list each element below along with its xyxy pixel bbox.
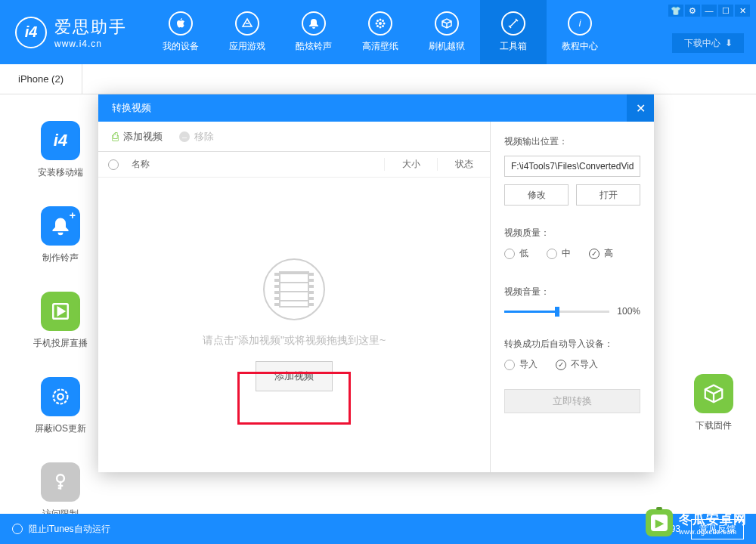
logo-text: 爱思助手 www.i4.cn	[54, 16, 127, 49]
apple-icon	[169, 11, 193, 36]
svg-point-13	[57, 474, 64, 482]
tool-label: 制作铃声	[42, 252, 79, 264]
import-yes[interactable]: 导入	[504, 358, 538, 371]
nav-label: 酷炫铃声	[296, 40, 332, 53]
close-button[interactable]: ✕	[735, 5, 750, 17]
cube-icon	[694, 374, 733, 413]
film-icon	[263, 258, 325, 320]
import-no[interactable]: 不导入	[556, 358, 598, 371]
svg-point-1	[380, 19, 382, 21]
output-label: 视频输出位置：	[504, 135, 640, 148]
modal-toolbar: ⎙ 添加视频 – 移除	[98, 122, 490, 152]
statusbar: 阻止iTunes自动运行 V7.93 意见反馈	[0, 514, 756, 544]
tool-ringtone[interactable]: + 制作铃声	[15, 206, 106, 264]
volume-slider[interactable]: 100%	[504, 306, 640, 317]
add-video-center-button[interactable]: 添加视频	[256, 361, 333, 391]
col-name: 名称	[129, 158, 384, 171]
nav-my-device[interactable]: 我的设备	[147, 0, 214, 64]
select-all-checkbox[interactable]	[98, 159, 129, 170]
svg-text:i: i	[579, 18, 581, 29]
open-button[interactable]: 打开	[576, 184, 640, 206]
gear-icon	[41, 377, 80, 416]
tool-download-firmware[interactable]: 下载固件	[694, 374, 733, 432]
app-url: www.i4.cn	[54, 39, 127, 49]
tool-label: 手机投屏直播	[33, 337, 88, 350]
nav-label: 工具箱	[500, 40, 527, 53]
tool-restrictions[interactable]: 访问限制	[15, 462, 106, 521]
add-label: 添加视频	[123, 130, 163, 144]
tool-screencast[interactable]: 手机投屏直播	[15, 292, 106, 350]
table-header: 名称 大小 状态	[98, 152, 490, 178]
svg-point-8	[376, 25, 379, 27]
tool-block-update[interactable]: 屏蔽iOS更新	[15, 377, 106, 435]
bell-icon	[302, 11, 326, 36]
nav-jailbreak[interactable]: 刷机越狱	[414, 0, 480, 64]
logo-icon: i4	[15, 17, 47, 48]
volume-value: 100%	[617, 306, 640, 317]
convert-video-modal: 转换视频 ✕ ⎙ 添加视频 – 移除 名称 大小	[98, 94, 654, 472]
shirt-icon[interactable]: 👕	[668, 5, 683, 17]
svg-point-11	[54, 390, 68, 404]
quality-high[interactable]: 高	[589, 247, 613, 260]
svg-point-4	[383, 23, 386, 25]
nav-label: 我的设备	[163, 40, 199, 53]
app-header: i4 爱思助手 www.i4.cn 我的设备 应用游戏 酷炫铃声 高清壁纸 刷机…	[0, 0, 756, 64]
flower-icon	[368, 11, 392, 36]
download-center-label: 下载中心	[684, 37, 720, 50]
nav-ringtones[interactable]: 酷炫铃声	[280, 0, 347, 64]
key-icon	[41, 462, 80, 502]
remove-icon: –	[179, 131, 190, 142]
col-size: 大小	[384, 158, 437, 171]
modal-close-button[interactable]: ✕	[627, 94, 654, 122]
nav-label: 教程中心	[562, 40, 598, 53]
output-path-field[interactable]: F:\i4Tools7\Files\ConvertedVid	[504, 156, 640, 177]
nav-label: 高清壁纸	[362, 40, 398, 53]
nav-label: 应用游戏	[229, 40, 265, 53]
tab-iphone[interactable]: iPhone (2)	[0, 64, 82, 94]
autoimport-label: 转换成功后自动导入设备：	[504, 338, 640, 351]
add-video-button[interactable]: ⎙ 添加视频	[112, 130, 163, 144]
convert-button[interactable]: 立即转换	[504, 389, 640, 413]
feedback-button[interactable]: 意见反馈	[691, 519, 744, 539]
maximize-button[interactable]: ☐	[718, 5, 733, 17]
svg-point-3	[376, 23, 378, 25]
nav-wallpapers[interactable]: 高清壁纸	[347, 0, 414, 64]
modify-button[interactable]: 修改	[504, 184, 569, 206]
nav-tutorials[interactable]: i 教程中心	[547, 0, 613, 64]
nav-apps[interactable]: 应用游戏	[214, 0, 280, 64]
nav-label: 刷机越狱	[429, 40, 465, 53]
add-file-icon: ⎙	[112, 130, 119, 143]
svg-point-12	[57, 394, 64, 400]
main-nav: 我的设备 应用游戏 酷炫铃声 高清壁纸 刷机越狱 工具箱 i 教程中心	[147, 0, 613, 64]
modal-left-panel: ⎙ 添加视频 – 移除 名称 大小 状态 请点击"添加视频"或将视	[98, 122, 491, 472]
tools-icon	[501, 11, 525, 36]
nav-toolbox[interactable]: 工具箱	[480, 0, 547, 64]
appstore-icon	[235, 11, 259, 36]
tool-label: 下载固件	[696, 419, 732, 432]
download-icon: ⬇	[725, 38, 733, 48]
info-icon: i	[568, 11, 592, 36]
quality-low[interactable]: 低	[504, 247, 528, 260]
app-name: 爱思助手	[54, 16, 127, 39]
remove-button[interactable]: – 移除	[179, 130, 214, 144]
modal-titlebar: 转换视频 ✕	[98, 94, 654, 122]
tool-label: 屏蔽iOS更新	[35, 422, 86, 435]
dropzone[interactable]: 请点击"添加视频"或将视频拖拽到这里~ 添加视频	[98, 178, 490, 472]
svg-point-2	[380, 26, 382, 29]
play-icon	[41, 292, 80, 331]
modal-right-panel: 视频输出位置： F:\i4Tools7\Files\ConvertedVid 修…	[491, 122, 654, 472]
settings-icon[interactable]: ⚙	[685, 5, 700, 17]
svg-point-5	[376, 20, 379, 22]
remove-label: 移除	[194, 130, 214, 144]
svg-point-0	[379, 22, 382, 25]
dropzone-hint: 请点击"添加视频"或将视频拖拽到这里~	[203, 334, 386, 348]
tool-install-mobile[interactable]: i4 安装移动端	[15, 121, 106, 179]
col-status: 状态	[437, 158, 490, 171]
minimize-button[interactable]: —	[702, 5, 717, 17]
quality-mid[interactable]: 中	[547, 247, 571, 260]
itunes-toggle[interactable]	[12, 524, 23, 534]
tool-label: 安装移动端	[38, 166, 83, 179]
svg-point-6	[382, 25, 384, 27]
logo[interactable]: i4 爱思助手 www.i4.cn	[0, 16, 147, 49]
download-center-button[interactable]: 下载中心 ⬇	[672, 33, 744, 53]
